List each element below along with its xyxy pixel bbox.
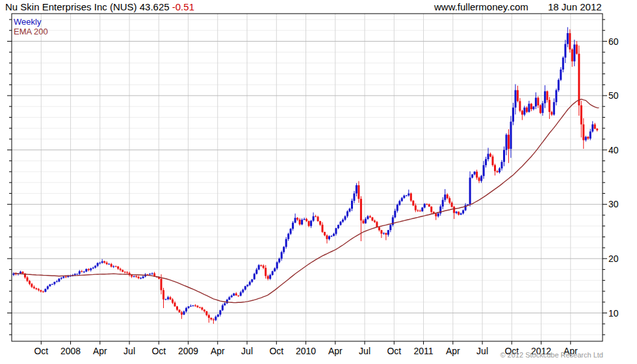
candle-down [322,225,324,232]
candle-up [592,124,593,131]
candle-up [53,282,55,284]
candle-up [337,225,339,228]
candle-down [415,205,417,211]
candle-up [49,285,51,287]
candle-down [410,194,412,201]
candle-up [553,102,555,114]
candle-up [56,281,58,282]
candle-up [97,263,99,266]
price-chart: 102030405060Oct2008AprJulOct2009AprJulOc… [0,0,637,364]
candle-down [594,124,596,129]
candle-up [254,274,255,279]
candle-down [369,216,371,218]
candle-down [317,217,319,222]
candle-up [51,284,53,285]
candle-down [519,101,521,111]
candle-up [506,135,508,150]
candle-down [179,310,181,313]
candle-down [210,318,212,319]
candle-down [430,207,432,212]
candle-up [394,211,396,217]
candle-up [555,90,557,102]
candle-down [235,293,237,295]
candle-up [510,122,512,149]
x-axis-label: 2010 [296,346,316,356]
candle-down [265,268,266,276]
candle-up [573,45,575,62]
candle-down [571,49,573,61]
candle-down [426,204,428,205]
candle-up [224,304,226,306]
candle-up [396,205,398,211]
candle-down [362,220,364,223]
candle-up [278,259,280,263]
candle-up [406,196,408,196]
candle-down [582,124,584,140]
candle-down [170,297,172,299]
candle-up [283,247,285,252]
candle-down [176,306,178,309]
copyright-notice: © 2012 Stockcube Research Ltd [408,351,603,359]
candle-up [140,278,142,279]
candle-up [276,263,278,268]
candle-up [255,270,257,274]
candle-down [263,266,265,268]
x-axis-label: Jul [359,346,370,356]
candle-up [217,315,219,317]
candle-up [92,268,94,268]
candle-down [172,300,174,303]
x-axis-label: Oct [269,346,283,356]
candle-down [517,90,519,101]
candle-up [90,268,92,270]
candle-up [485,159,487,165]
candle-down [526,108,528,112]
candle-up [47,287,49,289]
candle-up [44,289,46,292]
candle-up [335,228,337,234]
candle-up [488,154,489,159]
candle-up [349,209,351,211]
candle-down [576,45,578,54]
candle-up [462,211,464,214]
candle-down [196,306,198,307]
candle-down [174,303,176,307]
candle-down [65,277,67,278]
x-axis-label: 2009 [178,346,198,356]
candle-down [489,154,491,157]
candle-up [503,150,505,162]
candle-up [185,308,187,311]
candle-up [353,194,355,201]
candle-up [383,233,385,233]
candle-down [376,222,378,227]
candle-up [501,162,503,168]
candle-up [387,230,389,235]
x-axis-label: Apr [211,346,225,356]
candle-up [94,266,96,268]
candle-up [240,292,242,296]
candle-down [199,307,201,308]
candle-up [328,237,330,239]
candle-up [108,264,110,265]
candle-down [135,276,137,277]
candle-down [42,292,44,292]
candle-down [29,281,31,284]
candle-up [437,213,439,216]
candle-up [558,80,560,90]
candle-down [81,271,83,272]
candle-down [580,105,582,124]
candle-up [60,278,62,279]
candle-up [365,219,367,224]
candle-down [194,306,196,306]
x-axis-label: Jul [241,346,253,356]
candle-down [260,265,262,266]
candle-down [126,272,128,273]
candle-down [371,217,373,220]
candle-down [208,315,210,318]
candle-up [142,276,144,278]
candle-down [326,235,328,239]
candle-up [480,176,482,181]
candle-up [346,211,348,216]
x-axis-label: Jul [124,346,135,356]
candle-up [76,274,78,274]
candle-down [537,98,539,105]
